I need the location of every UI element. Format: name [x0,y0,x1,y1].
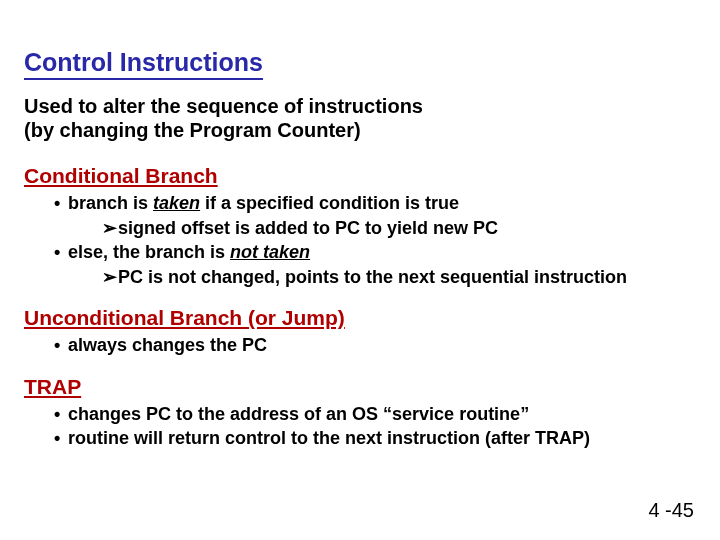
text: else, the branch is [68,242,230,262]
bullet-branch-taken: •branch is taken if a specified conditio… [54,192,696,215]
heading-unconditional-branch-text: Unconditional Branch (or Jump) [24,306,345,329]
text: branch is [68,193,153,213]
bullet-icon: • [54,403,68,426]
arrow-icon: ➢ [102,266,118,289]
intro-line-2: (by changing the Program Counter) [24,119,361,141]
bullet-always-changes-pc: •always changes the PC [54,334,696,357]
bullet-icon: • [54,192,68,215]
bullet-branch-not-taken: •else, the branch is not taken [54,241,696,264]
em-taken: taken [153,193,200,213]
heading-unconditional-branch: Unconditional Branch (or Jump) [24,306,696,330]
heading-conditional-branch: Conditional Branch [24,164,696,188]
intro-line-1: Used to alter the sequence of instructio… [24,95,423,117]
page-number: 4 -45 [648,499,694,522]
subbullet-signed-offset: ➢signed offset is added to PC to yield n… [102,217,696,240]
heading-trap-text: TRAP [24,375,81,398]
heading-trap: TRAP [24,375,696,399]
spacer [24,290,696,300]
text: changes PC to the address of an OS “serv… [68,404,529,424]
bullet-trap-return-control: •routine will return control to the next… [54,427,696,450]
slide: Control Instructions Used to alter the s… [0,0,720,540]
text: always changes the PC [68,335,267,355]
subbullet-pc-not-changed: ➢PC is not changed, points to the next s… [102,266,696,289]
bullet-icon: • [54,241,68,264]
text: routine will return control to the next … [68,428,590,448]
text: signed offset is added to PC to yield ne… [118,218,498,238]
slide-title: Control Instructions [24,48,263,80]
bullet-icon: • [54,427,68,450]
intro-text: Used to alter the sequence of instructio… [24,94,696,142]
bullet-icon: • [54,334,68,357]
spacer [24,359,696,369]
text: if a specified condition is true [200,193,459,213]
arrow-icon: ➢ [102,217,118,240]
em-not-taken: not taken [230,242,310,262]
text: PC is not changed, points to the next se… [118,267,627,287]
heading-conditional-branch-text: Conditional Branch [24,164,218,187]
bullet-trap-service-routine: •changes PC to the address of an OS “ser… [54,403,696,426]
